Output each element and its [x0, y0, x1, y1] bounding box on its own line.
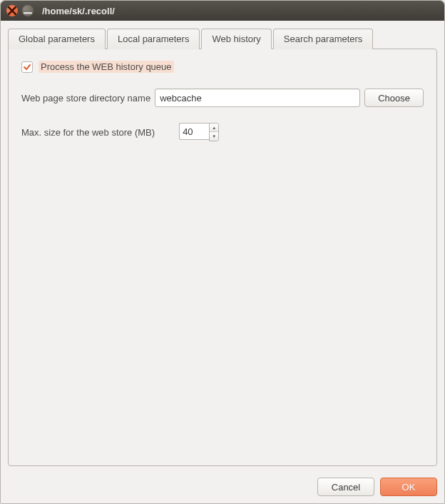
- ok-button[interactable]: OK: [380, 478, 437, 496]
- process-queue-label: Process the WEB history queue: [39, 61, 174, 73]
- titlebar[interactable]: /home/sk/.recoll/: [1, 1, 444, 21]
- dialog-window: /home/sk/.recoll/ Global parameters Loca…: [0, 0, 445, 504]
- minimize-icon[interactable]: [22, 5, 34, 16]
- store-dir-input[interactable]: [155, 89, 360, 107]
- dialog-footer: Cancel OK: [1, 472, 444, 503]
- tab-local-parameters[interactable]: Local parameters: [107, 29, 200, 49]
- tab-bar: Global parameters Local parameters Web h…: [8, 28, 437, 49]
- max-size-input[interactable]: [179, 123, 209, 140]
- tab-search-parameters[interactable]: Search parameters: [273, 29, 374, 49]
- store-dir-label: Web page store directory name: [21, 93, 150, 104]
- process-queue-checkbox[interactable]: [21, 61, 33, 73]
- close-icon[interactable]: [6, 5, 18, 16]
- tab-pane-web-history: Process the WEB history queue Web page s…: [8, 49, 437, 466]
- content-area: Global parameters Local parameters Web h…: [1, 21, 444, 472]
- tab-global-parameters[interactable]: Global parameters: [8, 29, 106, 49]
- max-size-row: Max. size for the web store (MB) ▲ ▼: [21, 123, 424, 141]
- store-dir-row: Web page store directory name Choose: [21, 89, 424, 107]
- tab-web-history[interactable]: Web history: [201, 29, 271, 49]
- cancel-button[interactable]: Cancel: [317, 478, 374, 496]
- spin-down-icon[interactable]: ▼: [210, 132, 218, 141]
- spin-up-icon[interactable]: ▲: [210, 124, 218, 132]
- window-title: /home/sk/.recoll/: [42, 6, 115, 16]
- choose-button[interactable]: Choose: [364, 89, 424, 107]
- max-size-label: Max. size for the web store (MB): [21, 127, 155, 138]
- max-size-spinner: ▲ ▼: [179, 123, 219, 141]
- process-queue-row: Process the WEB history queue: [21, 61, 424, 73]
